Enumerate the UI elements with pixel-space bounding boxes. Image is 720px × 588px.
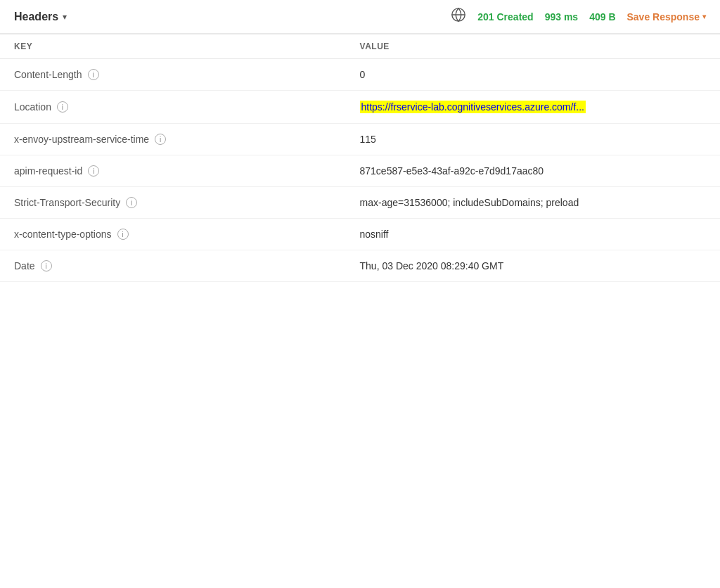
- header-value: https://frservice-lab.cognitiveservices.…: [346, 91, 720, 124]
- col-header-value: VALUE: [346, 34, 720, 59]
- response-size: 409 B: [589, 11, 615, 23]
- header-value-link[interactable]: https://frservice-lab.cognitiveservices.…: [360, 101, 586, 113]
- header-value: Thu, 03 Dec 2020 08:29:40 GMT: [346, 250, 720, 282]
- table-row: DateiThu, 03 Dec 2020 08:29:40 GMT: [0, 250, 720, 282]
- table-row: x-envoy-upstream-service-timei115: [0, 124, 720, 155]
- table-row: Locationihttps://frservice-lab.cognitive…: [0, 91, 720, 124]
- header-value: max-age=31536000; includeSubDomains; pre…: [346, 187, 720, 219]
- info-icon[interactable]: i: [41, 260, 52, 271]
- header-key: Strict-Transport-Security: [14, 197, 120, 208]
- header-key: Content-Length: [14, 69, 82, 80]
- globe-icon: [451, 7, 466, 26]
- status-badge: 201 Created: [477, 11, 533, 23]
- table-row: x-content-type-optionsinosniff: [0, 219, 720, 250]
- header-key: Date: [14, 260, 35, 271]
- col-header-key: KEY: [0, 34, 346, 59]
- save-response-button[interactable]: Save Response ▾: [627, 11, 707, 23]
- table-row: apim-request-idi871ce587-e5e3-43af-a92c-…: [0, 155, 720, 187]
- table-row: Content-Lengthi0: [0, 59, 720, 91]
- save-response-label: Save Response: [627, 11, 700, 23]
- info-icon[interactable]: i: [57, 101, 68, 113]
- page-title: Headers: [14, 11, 58, 23]
- response-time: 993 ms: [545, 11, 578, 23]
- save-response-dropdown-arrow: ▾: [702, 13, 706, 20]
- info-icon[interactable]: i: [126, 197, 137, 208]
- table-header-row: KEY VALUE: [0, 34, 720, 59]
- header-key: x-content-type-options: [14, 229, 112, 240]
- table-row: Strict-Transport-Securityimax-age=315360…: [0, 187, 720, 219]
- header-right: 201 Created 993 ms 409 B Save Response ▾: [451, 7, 706, 26]
- header-value: 115: [346, 124, 720, 155]
- chevron-down-icon[interactable]: ▾: [63, 12, 67, 22]
- header-left: Headers ▾: [14, 11, 67, 23]
- info-icon[interactable]: i: [117, 229, 129, 240]
- header-value: nosniff: [346, 219, 720, 250]
- info-icon[interactable]: i: [88, 69, 99, 80]
- page-container: Headers ▾ 201 Created 993 ms 409 B Save …: [0, 0, 720, 588]
- header-key: x-envoy-upstream-service-time: [14, 134, 149, 145]
- header-key: Location: [14, 101, 51, 113]
- header-bar: Headers ▾ 201 Created 993 ms 409 B Save …: [0, 0, 720, 34]
- headers-table: KEY VALUE Content-Lengthi0Locationihttps…: [0, 34, 720, 282]
- header-value: 0: [346, 59, 720, 91]
- info-icon[interactable]: i: [88, 165, 99, 177]
- header-value: 871ce587-e5e3-43af-a92c-e7d9d17aac80: [346, 155, 720, 187]
- info-icon[interactable]: i: [155, 134, 166, 145]
- header-key: apim-request-id: [14, 165, 82, 177]
